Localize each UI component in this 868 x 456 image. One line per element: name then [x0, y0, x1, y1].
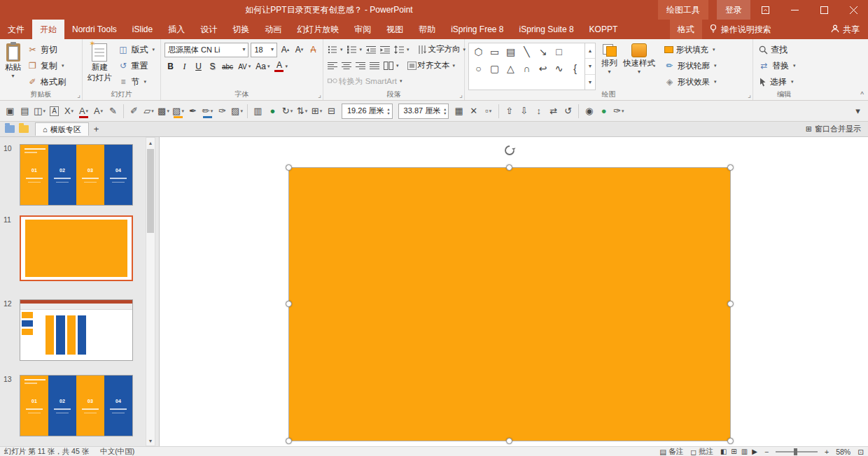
paste-tool-icon[interactable]: ▣: [3, 103, 18, 120]
font-name-combobox[interactable]: 思源黑体 CN Li ▾: [164, 43, 248, 57]
text-box-shape-icon[interactable]: ▭: [486, 44, 503, 59]
new-slide-button[interactable]: 新建 幻灯片: [85, 41, 115, 90]
pen-tool-icon[interactable]: ✎: [106, 103, 120, 120]
close-button[interactable]: [839, 0, 868, 20]
scroll-down-arrow[interactable]: ▼: [146, 436, 155, 446]
workspace-tab[interactable]: ⌂ 横版专区: [35, 122, 89, 136]
resize-handle-bottom-right[interactable]: [727, 438, 734, 444]
shape-height-field[interactable]: 19.26 厘米: [342, 104, 393, 119]
rotate-handle[interactable]: [503, 144, 516, 157]
delete-tool-icon[interactable]: ✕: [466, 103, 481, 120]
table-shape-icon[interactable]: ▤: [503, 44, 519, 59]
align-right-button[interactable]: [354, 58, 368, 73]
align-objects-icon[interactable]: ⊞▾: [309, 103, 324, 120]
reset-button[interactable]: ↺ 重置: [115, 58, 159, 73]
tab-home[interactable]: 开始: [32, 20, 64, 39]
insert-placeholder-icon[interactable]: ◫▾: [32, 103, 47, 120]
border-style-icon[interactable]: ▫▾: [481, 103, 496, 120]
align-center-button[interactable]: [340, 58, 354, 73]
change-case-button[interactable]: Aa: [254, 59, 271, 73]
swap-position-icon[interactable]: ⇄: [546, 103, 561, 120]
zoom-percentage[interactable]: 58%: [836, 448, 850, 456]
align-left-button[interactable]: [326, 58, 340, 73]
maximize-button[interactable]: [809, 0, 839, 20]
align-text-button[interactable]: 对齐文本: [405, 58, 458, 73]
fill-color-icon[interactable]: ▧▾: [171, 103, 186, 120]
format-painter-button[interactable]: ✐ 格式刷: [24, 74, 69, 90]
view-normal-button[interactable]: ◧: [720, 448, 727, 455]
quick-styles-button[interactable]: 快速样式 ▾: [620, 41, 658, 90]
shape-width-field[interactable]: 33.87 厘米: [398, 104, 449, 119]
open-folder-icon[interactable]: [5, 125, 15, 133]
font-color-button[interactable]: A: [273, 59, 289, 73]
cut-button[interactable]: ✂ 剪切: [24, 42, 69, 57]
tab-design[interactable]: 设计: [192, 20, 225, 39]
arrange-button[interactable]: 排列 ▾: [598, 41, 620, 90]
gallery-scroll-down-button[interactable]: ▼: [585, 58, 595, 73]
view-reading-button[interactable]: ▥: [741, 448, 748, 455]
shape-effects-button[interactable]: ◈ 形状效果: [661, 74, 720, 90]
tab-islide[interactable]: iSlide: [125, 20, 160, 39]
character-spacing-button[interactable]: AV: [237, 59, 252, 73]
selected-shape-rectangle[interactable]: [289, 168, 730, 441]
view-slideshow-button[interactable]: ▶: [752, 448, 757, 455]
italic-button[interactable]: I: [178, 59, 190, 73]
scrollbar-thumb[interactable]: [147, 149, 154, 233]
flip-tool-icon[interactable]: ⇅▾: [295, 103, 309, 120]
table-tool-icon[interactable]: ▦: [451, 103, 466, 120]
paragraph-dialog-launcher[interactable]: ⌟: [459, 92, 463, 99]
tab-file[interactable]: 文件: [0, 20, 32, 39]
ribbon-display-options-button[interactable]: [750, 0, 780, 20]
notes-toggle[interactable]: ▤ 备注: [659, 447, 683, 456]
resize-handle-bottom-left[interactable]: [286, 438, 292, 444]
decrease-font-size-button[interactable]: A▾: [293, 43, 305, 57]
oval-draw-icon[interactable]: ●: [596, 103, 611, 120]
tab-slideshow[interactable]: 幻灯片放映: [289, 20, 346, 39]
hexagon-shape-icon[interactable]: ⬡: [470, 44, 486, 59]
zoom-in-button[interactable]: +: [825, 448, 829, 456]
resize-handle-bottom-middle[interactable]: [506, 438, 512, 444]
section-button[interactable]: ≡ 节: [115, 74, 159, 90]
rounded-rect-shape-icon[interactable]: ▢: [486, 61, 503, 76]
fit-to-window-button[interactable]: ⊡: [858, 448, 864, 456]
bring-forward-icon[interactable]: ⇧: [502, 103, 517, 120]
outline-color-icon[interactable]: ✏▾: [200, 103, 215, 120]
distribute-objects-icon[interactable]: ⊟: [324, 103, 339, 120]
rotate-tool-icon[interactable]: ↻▾: [280, 103, 295, 120]
brush-tool-icon[interactable]: ✐: [127, 103, 141, 120]
slide-thumbnail-12[interactable]: [20, 299, 133, 361]
resize-handle-left-middle[interactable]: [286, 301, 292, 307]
tab-ispring-suite-8[interactable]: iSpring Suite 8: [512, 20, 582, 39]
bullets-button[interactable]: [326, 42, 345, 57]
paste-button[interactable]: 粘贴 ▾: [2, 41, 24, 90]
view-slide-sorter-button[interactable]: ⊞: [731, 448, 736, 455]
sign-in-button[interactable]: 登录: [717, 0, 750, 20]
scroll-up-arrow[interactable]: ▲: [146, 138, 155, 148]
share-button[interactable]: 共享: [822, 20, 868, 39]
strikethrough-button[interactable]: abc: [220, 59, 234, 73]
minimize-button[interactable]: [780, 0, 809, 20]
columns-button[interactable]: [382, 58, 401, 73]
zoom-out-button[interactable]: −: [764, 448, 769, 456]
zoom-slider[interactable]: [776, 451, 818, 453]
copy-button[interactable]: ❐ 复制: [24, 58, 69, 73]
slide-layout-tool-icon[interactable]: ▤: [18, 103, 32, 120]
gallery-scroll-up-button[interactable]: ▲: [585, 43, 595, 58]
font-color-tool-icon[interactable]: A▾: [76, 103, 91, 120]
tell-me-search[interactable]: 操作说明搜索: [702, 20, 778, 39]
elbow-arrow-shape-icon[interactable]: ↩: [535, 61, 551, 76]
resize-handle-right-middle[interactable]: [727, 301, 734, 307]
tab-insert[interactable]: 插入: [160, 20, 192, 39]
tab-nordri-tools[interactable]: Nordri Tools: [64, 20, 125, 39]
tab-format[interactable]: 格式: [670, 20, 702, 39]
zoom-slider-thumb[interactable]: [794, 448, 797, 455]
slide-thumbnail-10[interactable]: 01 02 03 04: [20, 144, 133, 206]
brace-shape-icon[interactable]: {: [567, 61, 583, 76]
font-dialog-launcher[interactable]: ⌟: [318, 92, 321, 99]
text-effect-tool-icon[interactable]: A▾: [91, 103, 106, 120]
triangle-shape-icon[interactable]: △: [503, 61, 519, 76]
favorites-folder-icon[interactable]: [19, 125, 29, 133]
tab-koppt[interactable]: KOPPT: [582, 20, 626, 39]
tab-view[interactable]: 视图: [379, 20, 411, 39]
tab-help[interactable]: 帮助: [411, 20, 443, 39]
